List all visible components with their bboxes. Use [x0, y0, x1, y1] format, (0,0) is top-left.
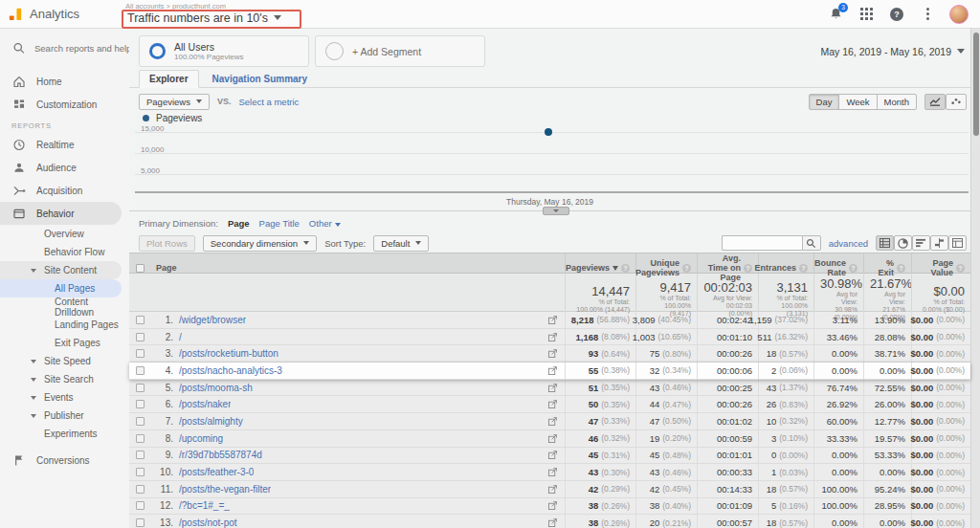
page-link[interactable]: /posts/nacho-analytics-3	[179, 365, 282, 376]
sidebar-item-events[interactable]: Events	[0, 388, 122, 407]
sidebar-item-publisher[interactable]: Publisher	[0, 407, 122, 425]
sidebar-item-home[interactable]: Home	[0, 70, 122, 93]
page-link[interactable]: /upcoming	[179, 433, 223, 444]
open-page-button[interactable]	[540, 417, 565, 426]
page-link[interactable]: /posts/mooma-sh	[179, 383, 253, 393]
sidebar-item-behavior-flow[interactable]: Behavior Flow	[0, 243, 122, 261]
row-checkbox[interactable]	[136, 366, 145, 375]
table-search-input[interactable]	[722, 235, 802, 251]
open-page-button[interactable]	[540, 468, 565, 476]
sidebar-item-customization[interactable]: Customization	[0, 93, 122, 116]
page-link[interactable]: /?bc=1#_=_	[179, 500, 230, 511]
page-link[interactable]: /posts/rocketium-button	[179, 348, 278, 359]
line-chart-toggle[interactable]	[924, 94, 946, 110]
open-page-button[interactable]	[540, 316, 565, 324]
performance-view-toggle[interactable]	[912, 235, 930, 251]
row-checkbox[interactable]	[136, 468, 145, 476]
sidebar-item-site-speed[interactable]: Site Speed	[0, 352, 122, 370]
tab-navigation-summary[interactable]: Navigation Summary	[212, 71, 307, 87]
help-tooltip-icon[interactable]: ?	[682, 264, 691, 273]
row-checkbox[interactable]	[136, 434, 145, 443]
row-checkbox[interactable]	[136, 349, 145, 358]
select-all-checkbox[interactable]	[136, 264, 145, 273]
analytics-logo[interactable]: Analytics	[0, 6, 89, 22]
advanced-link[interactable]: advanced	[829, 238, 868, 249]
pageviews-data-point[interactable]	[545, 128, 552, 136]
compare-chart-toggle[interactable]	[946, 94, 967, 110]
sidebar-item-content-drilldown[interactable]: Content Drilldown	[0, 297, 122, 316]
help-tooltip-icon[interactable]: ?	[799, 264, 808, 273]
help-tooltip-icon[interactable]: ?	[956, 264, 965, 273]
sidebar-item-behavior[interactable]: Behavior	[0, 202, 122, 225]
scrollbar-thumb[interactable]	[973, 33, 979, 136]
row-checkbox[interactable]	[136, 518, 145, 527]
page-link[interactable]: /posts/almighty	[179, 416, 243, 427]
open-page-button[interactable]	[540, 349, 565, 358]
sidebar-item-realtime[interactable]: Realtime	[0, 133, 122, 156]
sidebar-item-experiments[interactable]: Experiments	[0, 425, 122, 443]
row-checkbox[interactable]	[136, 485, 145, 494]
row-checkbox[interactable]	[136, 333, 145, 341]
open-page-button[interactable]	[540, 485, 565, 494]
add-segment-button[interactable]: + Add Segment	[315, 35, 485, 67]
granularity-week[interactable]: Week	[838, 94, 877, 110]
table-search-button[interactable]	[802, 235, 821, 251]
page-link[interactable]: /posts/not-pot	[179, 517, 237, 528]
page-link[interactable]: /	[179, 332, 182, 342]
dimension-page[interactable]: Page	[228, 218, 250, 229]
help-tooltip-icon[interactable]: ?	[621, 264, 630, 273]
sidebar-item-site-search[interactable]: Site Search	[0, 370, 122, 388]
sidebar-search[interactable]	[0, 36, 129, 60]
row-checkbox[interactable]	[136, 501, 145, 510]
segment-all-users[interactable]: All Users 100.00% Pageviews	[139, 35, 309, 67]
row-checkbox[interactable]	[136, 451, 145, 459]
overflow-menu-button[interactable]	[919, 6, 936, 23]
search-input[interactable]	[34, 43, 129, 54]
avatar[interactable]	[949, 5, 969, 24]
open-page-button[interactable]	[540, 451, 565, 459]
open-page-button[interactable]	[540, 384, 565, 392]
row-checkbox[interactable]	[136, 400, 145, 408]
row-checkbox[interactable]	[136, 316, 145, 324]
page-link[interactable]: /posts/feather-3-0	[179, 467, 254, 477]
google-apps-button[interactable]	[858, 6, 875, 23]
dimension-other[interactable]: Other	[309, 218, 341, 229]
notifications-button[interactable]: 3	[827, 6, 844, 23]
percentage-view-toggle[interactable]	[894, 235, 912, 251]
page-link[interactable]: /posts/naker	[179, 399, 231, 409]
sidebar-item-overview[interactable]: Overview	[0, 225, 122, 243]
timeline-slider-handle[interactable]	[543, 207, 569, 215]
sort-type-button[interactable]: Default	[373, 235, 429, 252]
page-link[interactable]: /r/39d7bb5587874d	[179, 450, 262, 460]
metric-selector[interactable]: Pageviews	[139, 94, 210, 110]
sidebar-item-conversions[interactable]: Conversions	[0, 449, 122, 472]
page-link[interactable]: /posts/the-vegan-filter	[179, 484, 271, 495]
help-tooltip-icon[interactable]: ?	[897, 264, 905, 273]
column-header-page[interactable]: Page	[150, 253, 565, 282]
page-link[interactable]: /widget/browser	[179, 315, 246, 325]
open-page-button[interactable]	[540, 434, 565, 443]
secondary-dimension-button[interactable]: Secondary dimension	[203, 235, 317, 252]
pivot-view-toggle[interactable]	[948, 235, 967, 251]
table-view-toggle[interactable]	[876, 235, 894, 251]
date-range-selector[interactable]: May 16, 2019 - May 16, 2019	[820, 46, 969, 57]
sidebar-item-audience[interactable]: Audience	[0, 156, 122, 179]
sidebar-item-site-content[interactable]: Site Content	[0, 261, 122, 279]
help-tooltip-icon[interactable]: ?	[849, 264, 858, 273]
select-metric-link[interactable]: Select a metric	[238, 97, 299, 107]
tab-explorer[interactable]: Explorer	[139, 70, 199, 88]
breadcrumb[interactable]: All accounts > producthunt.com	[125, 2, 285, 11]
granularity-day[interactable]: Day	[809, 94, 840, 110]
sidebar-item-exit-pages[interactable]: Exit Pages	[0, 334, 122, 352]
plot-rows-button[interactable]: Plot Rows	[139, 235, 195, 252]
sidebar-item-all-pages[interactable]: All Pages	[0, 279, 122, 297]
timeseries-chart[interactable]: 15,000 10,000 5,000	[135, 124, 969, 193]
open-page-button[interactable]	[540, 333, 565, 341]
open-page-button[interactable]	[540, 366, 565, 375]
sidebar-item-landing-pages[interactable]: Landing Pages	[0, 316, 122, 334]
page-scrollbar[interactable]	[970, 29, 980, 528]
open-page-button[interactable]	[540, 501, 565, 510]
granularity-month[interactable]: Month	[877, 94, 917, 110]
comparison-view-toggle[interactable]	[930, 235, 948, 251]
open-page-button[interactable]	[540, 400, 565, 408]
